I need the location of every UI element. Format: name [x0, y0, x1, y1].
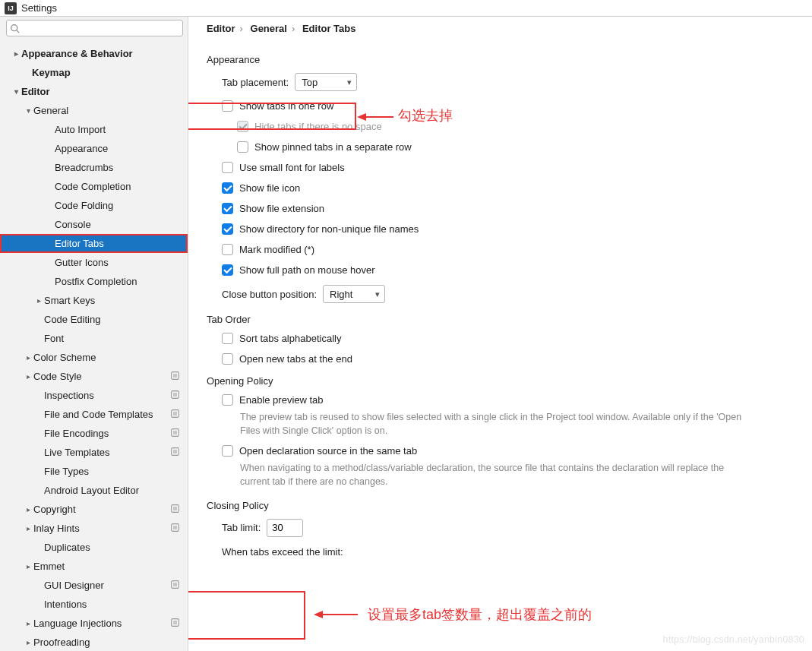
sidebar-item-code-folding[interactable]: Code Folding	[0, 196, 188, 215]
hide-no-space-checkbox	[237, 121, 248, 132]
sidebar-item-gutter-icons[interactable]: Gutter Icons	[0, 253, 188, 272]
row-show-pinned-sep[interactable]: Show pinned tabs in a separate row	[207, 141, 797, 153]
row-show-full-path[interactable]: Show full path on mouse hover	[207, 264, 797, 276]
sidebar-item-label: Auto Import	[55, 124, 106, 135]
show-dir-nonunique-checkbox[interactable]	[222, 223, 233, 235]
sidebar-item-smart-keys[interactable]: ▸Smart Keys	[0, 291, 188, 310]
sidebar-item-emmet[interactable]: ▸Emmet	[0, 557, 188, 576]
sidebar-item-intentions[interactable]: Intentions	[0, 595, 188, 614]
show-pinned-sep-checkbox[interactable]	[237, 141, 248, 153]
sidebar-item-console[interactable]: Console	[0, 215, 188, 234]
enable-preview-checkbox[interactable]	[222, 394, 233, 406]
sidebar-item-label: Code Editing	[44, 314, 100, 325]
sidebar-item-duplicates[interactable]: Duplicates	[0, 538, 188, 557]
show-one-row-checkbox[interactable]	[222, 100, 233, 112]
sidebar-item-auto-import[interactable]: Auto Import	[0, 120, 188, 139]
sidebar-item-file-and-code-templates[interactable]: File and Code Templates	[0, 405, 188, 424]
svg-rect-15	[173, 526, 177, 529]
annotation-text-1: 勾选去掉	[398, 106, 453, 125]
sidebar-item-label: Language Injections	[33, 618, 122, 629]
sidebar-item-label: Appearance & Behavior	[21, 48, 133, 59]
breadcrumb-sep: ›	[235, 23, 248, 34]
sidebar-item-language-injections[interactable]: ▸Language Injections	[0, 614, 188, 633]
sidebar-item-color-scheme[interactable]: ▸Color Scheme	[0, 348, 188, 367]
settings-scope-icon	[170, 523, 180, 535]
sidebar-item-code-style[interactable]: ▸Code Style	[0, 367, 188, 386]
tab-placement-select[interactable]: Top	[295, 73, 357, 91]
sidebar-item-inspections[interactable]: Inspections	[0, 386, 188, 405]
sidebar-item-android-layout-editor[interactable]: Android Layout Editor	[0, 481, 188, 500]
row-show-file-icon[interactable]: Show file icon	[207, 182, 797, 194]
sidebar-item-copyright[interactable]: ▸Copyright	[0, 500, 188, 519]
chevron-right-icon: ▸	[23, 562, 33, 570]
close-button-position-label: Close button position:	[222, 289, 317, 300]
show-one-row-label: Show tabs in one row	[239, 100, 333, 112]
sidebar-item-inlay-hints[interactable]: ▸Inlay Hints	[0, 519, 188, 538]
section-tab-order: Tab Order	[207, 314, 797, 325]
row-show-file-ext[interactable]: Show file extension	[207, 203, 797, 214]
row-enable-preview[interactable]: Enable preview tab	[207, 394, 797, 406]
sidebar-item-appearance[interactable]: Appearance	[0, 139, 188, 158]
sidebar-item-label: Keymap	[32, 67, 71, 78]
sidebar-item-editor[interactable]: ▾Editor	[0, 82, 188, 101]
sidebar-item-proofreading[interactable]: ▸Proofreading	[0, 633, 188, 651]
settings-scope-icon	[170, 618, 180, 630]
sidebar-item-code-editing[interactable]: Code Editing	[0, 310, 188, 329]
sidebar-item-label: Intentions	[44, 599, 87, 610]
row-show-dir-nonunique[interactable]: Show directory for non-unique file names	[207, 223, 797, 235]
sort-alpha-checkbox[interactable]	[222, 333, 233, 344]
sidebar-item-postfix-completion[interactable]: Postfix Completion	[0, 272, 188, 291]
show-file-ext-checkbox[interactable]	[222, 203, 233, 214]
open-decl-same-checkbox[interactable]	[222, 445, 233, 457]
mark-modified-label: Mark modified (*)	[239, 244, 314, 255]
when-exceed-label: When tabs exceed the limit:	[222, 546, 343, 558]
sidebar-item-file-encodings[interactable]: File Encodings	[0, 424, 188, 443]
svg-rect-5	[173, 393, 177, 397]
sidebar-item-label: Breadcrumbs	[55, 162, 113, 173]
tab-limit-input[interactable]	[267, 519, 303, 537]
svg-point-0	[11, 24, 17, 30]
settings-scope-icon	[170, 447, 180, 459]
use-small-font-checkbox[interactable]	[222, 162, 233, 173]
show-file-icon-checkbox[interactable]	[222, 182, 233, 194]
sidebar-item-breadcrumbs[interactable]: Breadcrumbs	[0, 158, 188, 177]
search-box[interactable]	[6, 20, 183, 36]
row-open-decl-same[interactable]: Open declaration source in the same tab	[207, 445, 797, 457]
show-pinned-sep-label: Show pinned tabs in a separate row	[254, 141, 412, 153]
breadcrumb-sep: ›	[287, 23, 299, 34]
sidebar-item-keymap[interactable]: Keymap	[0, 63, 188, 82]
settings-scope-icon	[170, 371, 180, 383]
sidebar-item-label: Inlay Hints	[33, 523, 80, 534]
show-full-path-label: Show full path on mouse hover	[239, 264, 375, 276]
sidebar-item-font[interactable]: Font	[0, 329, 188, 348]
sidebar-item-appearance-behavior[interactable]: ▸Appearance & Behavior	[0, 44, 188, 63]
row-sort-alpha[interactable]: Sort tabs alphabetically	[207, 333, 797, 344]
mark-modified-checkbox[interactable]	[222, 244, 233, 255]
row-mark-modified[interactable]: Mark modified (*)	[207, 244, 797, 255]
row-show-one-row[interactable]: Show tabs in one row	[207, 100, 797, 112]
chevron-right-icon: ▸	[23, 505, 33, 514]
search-input[interactable]	[21, 23, 179, 33]
show-full-path-checkbox[interactable]	[222, 264, 233, 276]
chevron-right-icon: ▸	[23, 372, 33, 381]
row-use-small-font[interactable]: Use small font for labels	[207, 162, 797, 173]
sidebar-item-label: Editor Tabs	[55, 238, 104, 249]
sidebar-item-label: Emmet	[33, 561, 65, 572]
sidebar-item-live-templates[interactable]: Live Templates	[0, 443, 188, 462]
sidebar-item-label: File Types	[44, 466, 89, 477]
sidebar-item-general[interactable]: ▾General	[0, 101, 188, 120]
open-new-end-checkbox[interactable]	[222, 353, 233, 365]
sidebar-item-editor-tabs[interactable]: Editor Tabs	[0, 234, 188, 253]
sidebar-item-label: Console	[55, 219, 91, 230]
sidebar-item-label: Code Completion	[55, 181, 131, 192]
settings-scope-icon	[170, 390, 180, 402]
svg-line-1	[17, 30, 19, 32]
row-open-new-end[interactable]: Open new tabs at the end	[207, 353, 797, 365]
sidebar-item-label: File and Code Templates	[44, 409, 153, 420]
sidebar-item-gui-designer[interactable]: GUI Designer	[0, 576, 188, 595]
settings-scope-icon	[170, 409, 180, 421]
close-button-position-select[interactable]: Right	[323, 285, 385, 303]
sidebar-item-code-completion[interactable]: Code Completion	[0, 177, 188, 196]
sidebar-item-file-types[interactable]: File Types	[0, 462, 188, 481]
sidebar-item-label: Smart Keys	[44, 295, 95, 306]
